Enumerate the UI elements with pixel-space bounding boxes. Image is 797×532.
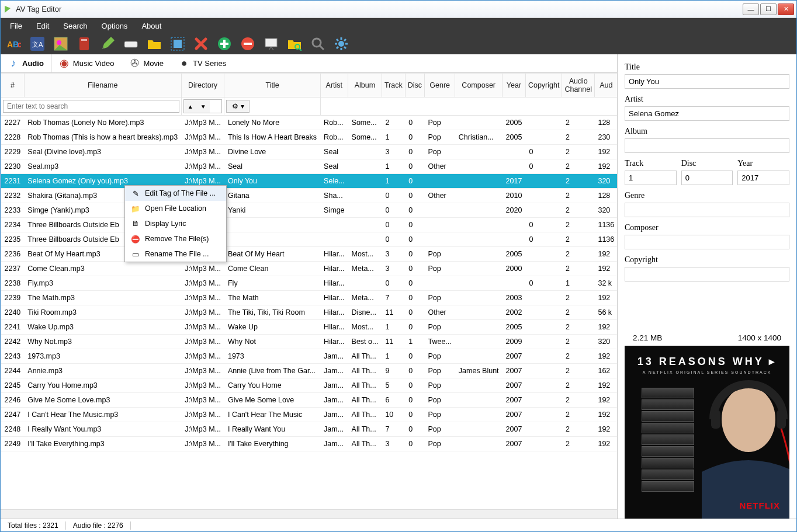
col-composer[interactable]: Composer (455, 74, 503, 98)
status-audio: Audio file : 2276 (66, 521, 131, 530)
table-row[interactable]: 2244Annie.mp3J:\Mp3 M...Annie (Live from… (1, 364, 618, 378)
picture-icon[interactable] (53, 36, 68, 51)
book-red-icon[interactable] (77, 36, 92, 51)
col-title[interactable]: Title (224, 74, 320, 98)
title-field[interactable] (625, 74, 789, 89)
col-audio-channel[interactable]: Audio Channel (562, 74, 595, 98)
tab-tv-series[interactable]: ●TV Series (171, 54, 234, 72)
label-blank-icon[interactable] (123, 36, 138, 51)
col-copyright[interactable]: Copyright (525, 74, 562, 98)
track-field[interactable] (625, 171, 677, 185)
genre-field[interactable] (625, 203, 789, 217)
detail-pane: Title Artist Album Track Disc Year Genre… (618, 54, 796, 519)
col-directory[interactable]: Directory (181, 74, 224, 98)
context-open-file-location[interactable]: 📁Open File Location (125, 201, 226, 216)
abc-icon[interactable]: ABc (6, 36, 22, 51)
tab-audio[interactable]: ♪Audio (1, 54, 51, 72)
disc-field[interactable] (681, 171, 733, 185)
menu-about[interactable]: About (136, 20, 167, 32)
table-row[interactable]: 2235Three Billboards Outside Eb00021136 (1, 232, 618, 247)
svg-point-6 (57, 40, 61, 45)
artwork-title: 13 REASONS WHY ▸ (625, 355, 789, 368)
table-row[interactable]: 2232Shakira (Gitana).mp3GitanaSha...00Ot… (1, 189, 618, 203)
table-row[interactable]: 2230Seal.mp3J:\Mp3 M...SealSeal10Other02… (1, 159, 618, 174)
context-remove-the-file-s-[interactable]: ⛔Remove The File(s) (125, 231, 226, 246)
table-row[interactable]: 2237Come Clean.mp3J:\Mp3 M...Come CleanH… (1, 262, 618, 276)
select-all-icon[interactable] (170, 36, 185, 51)
maximize-button[interactable]: ☐ (760, 4, 777, 15)
menu-options[interactable]: Options (96, 20, 134, 32)
gear-icon[interactable] (334, 36, 349, 51)
table-row[interactable]: 2246Give Me Some Love.mp3J:\Mp3 M...Give… (1, 393, 618, 408)
table-row[interactable]: 2241Wake Up.mp3J:\Mp3 M...Wake UpHilar..… (1, 320, 618, 335)
context-display-lyric[interactable]: 🗎Display Lyric (125, 216, 226, 231)
col-track[interactable]: Track (382, 74, 405, 98)
context-rename-the-file-[interactable]: ▭Rename The File ... (125, 246, 226, 262)
table-row[interactable]: 2249I'll Take Everything.mp3J:\Mp3 M...I… (1, 437, 618, 451)
red-x-icon[interactable] (193, 36, 209, 51)
table-row[interactable]: 2228Rob Thomas (This is how a heart brea… (1, 130, 618, 145)
xa-icon[interactable]: 文A (30, 36, 45, 51)
col-genre[interactable]: Genre (425, 74, 455, 98)
file-table: #FilenameDirectoryTitleArtistAlbumTrackD… (1, 73, 617, 451)
composer-field[interactable] (625, 235, 789, 249)
table-row[interactable]: 2227Rob Thomas (Lonely No More).mp3J:\Mp… (1, 116, 618, 130)
grid-wrap[interactable]: #FilenameDirectoryTitleArtistAlbumTrackD… (1, 73, 617, 509)
search-input[interactable] (3, 100, 179, 113)
main-area: ♪Audio◉Music Video✇Movie●TV Series #File… (1, 54, 796, 519)
table-row[interactable]: 22431973.mp3J:\Mp3 M...1973Jam...All Th.… (1, 349, 618, 364)
tab-music-video[interactable]: ◉Music Video (51, 54, 122, 72)
col-disc[interactable]: Disc (405, 74, 424, 98)
context-edit-tag-of-the-file-[interactable]: ✎Edit Tag of The File ... (125, 186, 226, 201)
table-row[interactable]: 2236Beat Of My Heart.mp3J:\Mp3 M...Beat … (1, 247, 618, 262)
folder-search-icon[interactable] (287, 36, 302, 51)
album-artwork[interactable]: 13 REASONS WHY ▸ A NETFLIX ORIGINAL SERI… (625, 346, 789, 519)
tab-movie[interactable]: ✇Movie (122, 54, 171, 72)
green-plus-icon[interactable] (217, 36, 232, 51)
col-album[interactable]: Album (348, 74, 382, 98)
col-filename[interactable]: Filename (24, 74, 181, 98)
close-button[interactable]: ✕ (778, 4, 794, 15)
menu-search[interactable]: Search (57, 20, 93, 32)
pencil-icon[interactable] (100, 36, 115, 51)
horizontal-scrollbar[interactable] (1, 509, 617, 519)
table-row[interactable]: 2242Why Not.mp3J:\Mp3 M...Why NotHilar..… (1, 335, 618, 349)
track-label: Track (625, 159, 677, 168)
col--[interactable]: # (1, 74, 25, 98)
red-stop-icon[interactable] (240, 36, 255, 51)
minimize-button[interactable]: — (743, 4, 759, 15)
presentation-icon[interactable] (264, 36, 279, 51)
filter-settings-button[interactable]: ⚙ ▾ (226, 100, 250, 113)
col-year[interactable]: Year (503, 74, 526, 98)
filter-spin[interactable]: ▲▼ (183, 99, 223, 113)
table-row[interactable]: 2239The Math.mp3J:\Mp3 M...The MathHilar… (1, 291, 618, 305)
table-row[interactable]: 2229Seal (Divine love).mp3J:\Mp3 M...Div… (1, 145, 618, 159)
toolbar: ABc文A (1, 33, 796, 54)
table-row[interactable]: 2240Tiki Room.mp3J:\Mp3 M...The Tiki, Ti… (1, 305, 618, 320)
col-aud[interactable]: Aud (594, 74, 617, 98)
svg-rect-21 (777, 410, 786, 429)
table-row[interactable]: 2247I Can't Hear The Music.mp3J:\Mp3 M..… (1, 408, 618, 422)
menu-edit[interactable]: Edit (30, 20, 55, 32)
table-row[interactable]: 2231Selena Gomez (Only you).mp3J:\Mp3 M.… (1, 174, 618, 189)
artist-field[interactable] (625, 106, 789, 121)
table-row[interactable]: 2234Three Billboards Outside Eb00021136 (1, 218, 618, 232)
menu-file[interactable]: File (4, 20, 28, 32)
filter-row: ▲▼ ⚙ ▾ (1, 98, 618, 116)
magnifier-icon[interactable] (310, 36, 325, 51)
year-field[interactable] (737, 171, 789, 185)
copyright-field[interactable] (625, 267, 789, 281)
context-label: Rename The File ... (145, 250, 209, 258)
lyric-icon: 🗎 (131, 219, 140, 228)
window-buttons: — ☐ ✕ (743, 4, 794, 15)
table-row[interactable]: 2248I Really Want You.mp3J:\Mp3 M...I Re… (1, 422, 618, 437)
table-row[interactable]: 2238Fly.mp3J:\Mp3 M...FlyHilar...000132 … (1, 276, 618, 291)
status-total: Total files : 2321 (1, 521, 66, 530)
svg-rect-14 (244, 43, 252, 45)
context-menu: ✎Edit Tag of The File ...📁Open File Loca… (124, 185, 227, 262)
table-row[interactable]: 2245Carry You Home.mp3J:\Mp3 M...Carry Y… (1, 378, 618, 393)
col-artist[interactable]: Artist (320, 74, 348, 98)
folder-icon[interactable] (147, 36, 162, 51)
album-field[interactable] (625, 138, 789, 153)
table-row[interactable]: 2233Simge (Yanki).mp3YankiSimge002020232… (1, 203, 618, 218)
